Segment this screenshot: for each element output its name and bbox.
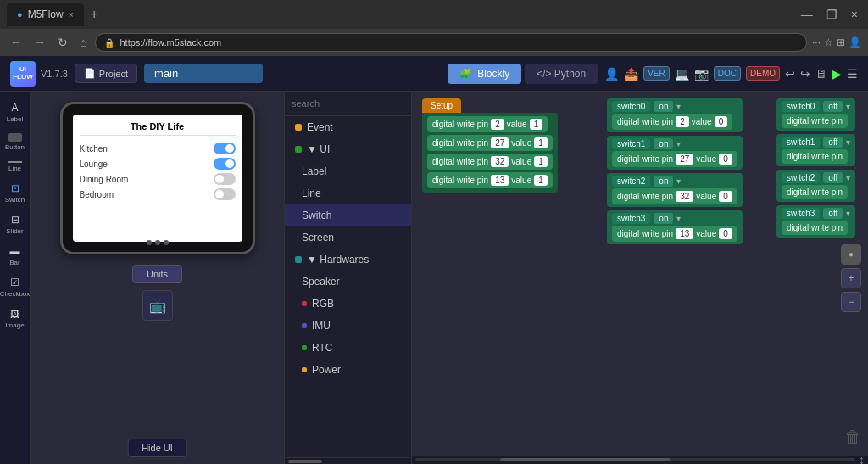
category-screen[interactable]: Screen	[285, 226, 411, 249]
bedroom-toggle[interactable]	[214, 188, 236, 200]
category-hardwares[interactable]: ▼ Hardwares	[285, 249, 411, 271]
workspace-scrollbar[interactable]: ↕	[412, 456, 868, 464]
trash-icon[interactable]: 🗑	[844, 428, 861, 447]
sidebar-item-slider[interactable]: ⊟ Slider	[1, 210, 30, 238]
window-restore-btn[interactable]: ❐	[823, 6, 841, 23]
window-minimize-btn[interactable]: —	[798, 6, 816, 23]
switch0-off-label[interactable]: switch0	[782, 101, 820, 112]
switch1-off-label[interactable]: switch1	[782, 137, 820, 148]
val-4[interactable]: 1	[534, 175, 548, 186]
sw2-on-val[interactable]: 0	[719, 191, 732, 202]
camera-btn[interactable]: 📷	[694, 67, 709, 81]
new-tab-btn[interactable]: +	[84, 7, 105, 22]
sw0-on-val[interactable]: 0	[715, 116, 728, 127]
dining-toggle[interactable]	[214, 173, 236, 185]
zoom-in-btn[interactable]: +	[841, 268, 861, 288]
sw3-on-val[interactable]: 0	[719, 228, 732, 239]
python-mode-tab[interactable]: </> Python	[525, 64, 598, 84]
switch2-off-state[interactable]: off	[823, 172, 843, 183]
category-event[interactable]: Event	[285, 116, 411, 138]
units-btn[interactable]: Units	[132, 265, 182, 283]
val-3[interactable]: 1	[534, 156, 548, 167]
val-1[interactable]: 1	[530, 119, 543, 130]
undo-btn[interactable]: ↩	[785, 67, 795, 81]
demo-btn[interactable]: DEMO	[746, 66, 780, 81]
switch2-off-label[interactable]: switch2	[782, 172, 820, 183]
pin-val-1[interactable]: 2	[491, 119, 504, 130]
pin-val-2[interactable]: 27	[491, 137, 509, 148]
device-connect-btn[interactable]: 📺	[142, 290, 173, 321]
sidebar-item-checkbox[interactable]: ☑ Checkbox	[1, 273, 30, 301]
zoom-reset-btn[interactable]: ●	[841, 244, 861, 265]
user-icon-btn[interactable]: 👤	[604, 67, 619, 81]
sidebar-item-bar[interactable]: ▬ Bar	[1, 242, 30, 270]
switch0-off-state[interactable]: off	[823, 101, 843, 112]
back-btn[interactable]: ←	[7, 34, 25, 51]
category-label[interactable]: Label	[285, 160, 411, 182]
lounge-toggle[interactable]	[214, 158, 236, 170]
run-btn[interactable]: ▶	[832, 67, 842, 81]
forward-btn[interactable]: →	[31, 34, 49, 51]
doc-btn[interactable]: DOC	[714, 66, 741, 81]
category-imu[interactable]: IMU	[285, 315, 411, 337]
home-btn[interactable]: ⌂	[76, 34, 90, 51]
switch1-on-state[interactable]: on	[654, 138, 673, 149]
bookmark-btn[interactable]: ☆	[824, 36, 833, 48]
address-bar[interactable]: 🔒 https://flow.m5stack.com	[95, 33, 807, 52]
profile-btn[interactable]: 👤	[849, 36, 861, 48]
category-ui[interactable]: ▼ UI	[285, 138, 411, 160]
category-rgb[interactable]: RGB	[285, 293, 411, 315]
sidebar-label-text: Label	[7, 115, 24, 123]
category-switch[interactable]: Switch	[285, 204, 411, 226]
blockly-mode-tab[interactable]: 🧩 Blockly	[448, 64, 521, 84]
sidebar-item-line[interactable]: Line	[1, 158, 30, 176]
refresh-btn[interactable]: ↻	[54, 34, 71, 51]
switch2-on-label[interactable]: switch2	[612, 176, 650, 187]
switch0-on-state[interactable]: on	[654, 101, 673, 112]
monitor-btn[interactable]: 💻	[675, 67, 689, 81]
project-btn[interactable]: 📄 Project	[75, 64, 137, 83]
sw3-on-pin[interactable]: 13	[676, 228, 693, 239]
switch1-on-label[interactable]: switch1	[612, 138, 650, 149]
sw2-on-pin[interactable]: 32	[676, 191, 693, 202]
sidebar-item-image[interactable]: 🖼 Image	[1, 305, 30, 333]
hide-ui-btn[interactable]: Hide UI	[127, 439, 187, 457]
switch3-off-state[interactable]: off	[823, 208, 843, 219]
switch1-off-state[interactable]: off	[823, 137, 843, 148]
menu-btn[interactable]: ☰	[847, 67, 858, 81]
sidebar-item-button[interactable]: Button	[1, 130, 30, 154]
sidebar-item-switch[interactable]: ⊡ Switch	[1, 179, 30, 207]
sw0-on-pin[interactable]: 2	[676, 116, 689, 127]
category-speaker[interactable]: Speaker	[285, 271, 411, 293]
switch3-on-state[interactable]: on	[654, 213, 673, 224]
category-line[interactable]: Line	[285, 182, 411, 204]
pin-val-3[interactable]: 32	[491, 156, 509, 167]
workspace[interactable]: Setup digital write pin 2 value 1 digita…	[412, 92, 868, 464]
switch3-off-label[interactable]: switch3	[782, 208, 820, 219]
screen-btn[interactable]: 🖥	[815, 67, 827, 81]
block-panel-scrollbar[interactable]	[285, 457, 411, 464]
val-2[interactable]: 1	[534, 137, 548, 148]
window-close-btn[interactable]: ×	[848, 6, 861, 23]
block-search-input[interactable]	[292, 98, 409, 109]
active-tab[interactable]: ● M5Flow ×	[7, 3, 84, 26]
redo-btn[interactable]: ↪	[800, 67, 810, 81]
switch2-on-state[interactable]: on	[654, 176, 673, 187]
category-rtc[interactable]: RTC	[285, 337, 411, 359]
switch3-on-label[interactable]: switch3	[612, 213, 650, 224]
extensions-btn[interactable]: ⊞	[837, 36, 845, 48]
sw1-on-val[interactable]: 0	[719, 154, 732, 165]
switch0-on-label[interactable]: switch0	[612, 101, 650, 112]
kitchen-toggle[interactable]	[214, 143, 236, 154]
main-input[interactable]	[144, 64, 263, 83]
upload-icon-btn[interactable]: 📤	[624, 67, 638, 81]
sidebar-item-label[interactable]: A Label	[1, 98, 30, 126]
sw1-on-pin[interactable]: 27	[676, 154, 693, 165]
pin-val-4[interactable]: 13	[491, 175, 509, 186]
tab-close-btn[interactable]: ×	[69, 10, 74, 20]
zoom-out-btn[interactable]: −	[841, 292, 861, 312]
setup-block-4: digital write pin 13 value 1	[427, 172, 553, 188]
category-power[interactable]: Power	[285, 359, 411, 381]
ver-btn[interactable]: VER	[643, 66, 670, 81]
nav-more-btn[interactable]: ···	[812, 36, 821, 48]
